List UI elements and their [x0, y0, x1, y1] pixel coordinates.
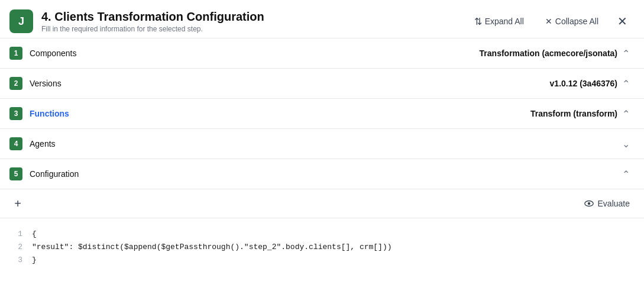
section-badge-4: 4 [9, 137, 22, 150]
section-badge-1: 1 [9, 47, 22, 60]
section-label-3: Functions [30, 109, 69, 118]
code-line: 3} [14, 254, 630, 267]
code-line: 1{ [14, 228, 630, 241]
section-right-4: ⌄ [622, 138, 630, 150]
section-right-1: Transformation (acmecore/jsonata)⌃ [480, 48, 630, 59]
section-label-2: Versions [30, 79, 62, 88]
line-number: 3 [14, 254, 22, 267]
expand-all-label: Expand All [485, 17, 524, 26]
eye-icon [584, 198, 594, 209]
chevron-icon-1: ⌃ [622, 48, 630, 59]
section-label-1: Components [30, 49, 76, 58]
section-row-3[interactable]: 3FunctionsTransform (transform)⌃ [0, 99, 644, 129]
section-row-1[interactable]: 1ComponentsTransformation (acmecore/json… [0, 38, 644, 69]
section-label-5: Configuration [30, 169, 79, 179]
title-group: 4. Clients Transformation Configuration … [41, 10, 264, 33]
chevron-icon-3: ⌃ [622, 108, 630, 120]
page-subtitle: Fill in the required information for the… [41, 25, 264, 33]
section-badge-5: 5 [9, 167, 22, 180]
collapse-all-button[interactable]: ✕ Collapse All [541, 14, 603, 28]
add-button[interactable]: + [9, 195, 26, 212]
code-line: 2"result": $distinct($append($getPassthr… [14, 241, 630, 254]
bottom-bar: + Evaluate [0, 189, 644, 218]
expand-all-button[interactable]: ⇅ Expand All [470, 14, 529, 30]
collapse-all-label: Collapse All [555, 17, 598, 26]
section-row-5[interactable]: 5Configuration⌃ [0, 159, 644, 189]
section-badge-2: 2 [9, 77, 22, 90]
section-right-2: v1.0.12 (3a46376)⌃ [550, 78, 630, 89]
section-left-5: 5Configuration [9, 167, 79, 180]
line-number: 1 [14, 228, 22, 241]
page-title: 4. Clients Transformation Configuration [41, 10, 264, 24]
code-block: 1{2"result": $distinct($append($getPasst… [14, 228, 630, 267]
evaluate-label: Evaluate [598, 199, 630, 208]
section-value-3: Transform (transform) [530, 109, 617, 118]
section-right-3: Transform (transform)⌃ [530, 108, 630, 120]
line-content: "result": $distinct($append($getPassthro… [32, 241, 392, 254]
line-number: 2 [14, 241, 22, 254]
section-row-2[interactable]: 2Versionsv1.0.12 (3a46376)⌃ [0, 69, 644, 99]
code-area: 1{2"result": $distinct($append($getPasst… [0, 218, 644, 276]
chevron-icon-5: ⌃ [622, 169, 630, 180]
logo-icon: J [9, 9, 33, 33]
line-content: } [32, 254, 37, 267]
header-left: J 4. Clients Transformation Configuratio… [9, 9, 264, 33]
section-label-4: Agents [30, 139, 56, 148]
section-value-1: Transformation (acmecore/jsonata) [480, 49, 617, 58]
header-actions: ⇅ Expand All ✕ Collapse All ✕ [470, 12, 630, 31]
section-row-4[interactable]: 4Agents⌄ [0, 129, 644, 159]
section-left-2: 2Versions [9, 77, 62, 90]
chevron-icon-4: ⌄ [622, 138, 630, 150]
collapse-all-icon: ✕ [545, 17, 552, 26]
expand-all-icon: ⇅ [474, 16, 482, 27]
section-value-2: v1.0.12 (3a46376) [550, 79, 617, 88]
section-right-5: ⌃ [622, 169, 630, 180]
header: J 4. Clients Transformation Configuratio… [0, 0, 644, 38]
close-button[interactable]: ✕ [615, 12, 630, 31]
evaluate-button[interactable]: Evaluate [584, 198, 630, 209]
chevron-icon-2: ⌃ [622, 78, 630, 89]
svg-point-1 [587, 202, 590, 205]
section-badge-3: 3 [9, 107, 22, 120]
section-left-4: 4Agents [9, 137, 56, 150]
section-left-1: 1Components [9, 47, 76, 60]
section-left-3: 3Functions [9, 107, 69, 120]
sections-list: 1ComponentsTransformation (acmecore/json… [0, 38, 644, 189]
line-content: { [32, 228, 37, 241]
